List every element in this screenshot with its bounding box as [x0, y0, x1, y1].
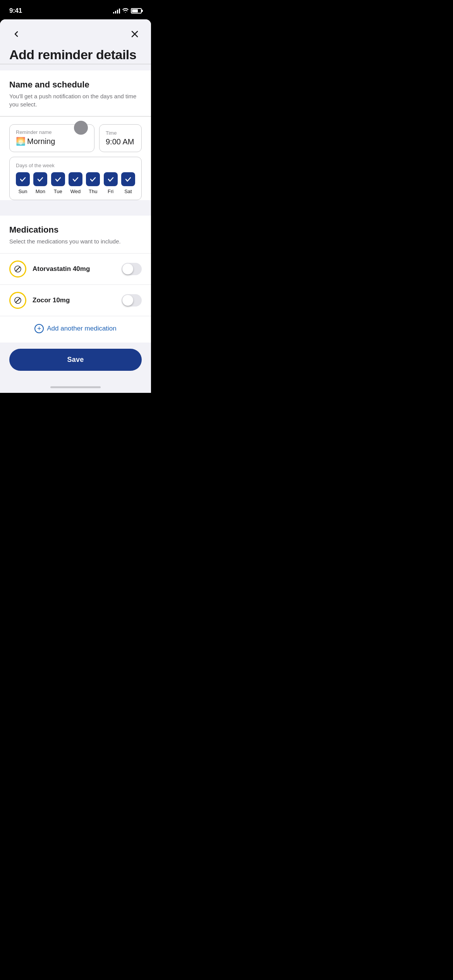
signal-icon	[113, 8, 120, 14]
day-checkbox-tue[interactable]	[51, 172, 65, 186]
med-name-zocor: Zocor 10mg	[33, 296, 115, 304]
med-icon-atorvastatin	[9, 260, 26, 278]
time-field[interactable]: Time 9:00 AM	[99, 124, 142, 152]
days-of-week-field: Days of the week Sun	[9, 157, 142, 200]
section-gap	[0, 209, 151, 216]
drag-handle	[74, 121, 88, 135]
home-bar	[50, 386, 101, 388]
section-divider-1	[0, 116, 151, 117]
day-checkbox-wed[interactable]	[69, 172, 82, 186]
status-bar: 9:41	[0, 0, 151, 19]
page-title: Add reminder details	[9, 47, 142, 64]
header-divider	[0, 64, 151, 64]
name-schedule-section: Name and schedule You'll get a push noti…	[0, 70, 151, 200]
day-item-tue: Tue	[51, 172, 65, 194]
save-button[interactable]: Save	[9, 349, 142, 371]
day-item-mon: Mon	[33, 172, 47, 194]
day-label-sun: Sun	[18, 188, 27, 194]
day-checkbox-sat[interactable]	[121, 172, 135, 186]
day-label-fri: Fri	[108, 188, 113, 194]
battery-icon	[131, 8, 142, 14]
day-item-sun: Sun	[16, 172, 30, 194]
reminder-emoji: 🌅	[16, 137, 26, 146]
day-checkbox-fri[interactable]	[104, 172, 118, 186]
reminder-name-field[interactable]: Reminder name 🌅Morning	[9, 124, 94, 152]
add-medication-button[interactable]: + Add another medication	[9, 316, 142, 343]
time-value: 9:00 AM	[106, 137, 135, 146]
days-row: Sun Mon	[16, 172, 135, 194]
med-name-atorvastatin: Atorvastatin 40mg	[33, 265, 115, 273]
med-row-zocor: Zocor 10mg	[9, 285, 142, 316]
header-nav	[9, 27, 142, 41]
med-icon-zocor	[9, 292, 26, 309]
days-label: Days of the week	[16, 163, 135, 168]
name-schedule-desc: You'll get a push notification on the da…	[9, 92, 142, 108]
reminder-name-value: 🌅Morning	[16, 137, 88, 146]
add-medication-icon: +	[34, 324, 44, 333]
main-container: Add reminder details Name and schedule Y…	[0, 19, 151, 393]
header: Add reminder details	[0, 19, 151, 70]
name-schedule-title: Name and schedule	[9, 80, 142, 90]
add-medication-label: Add another medication	[47, 325, 117, 332]
day-label-sat: Sat	[124, 188, 132, 194]
toggle-atorvastatin[interactable]	[122, 263, 142, 275]
status-time: 9:41	[9, 7, 22, 15]
day-checkbox-sun[interactable]	[16, 172, 30, 186]
medications-section: Medications Select the medications you w…	[0, 216, 151, 343]
bottom-area: Save	[0, 343, 151, 383]
med-row-atorvastatin: Atorvastatin 40mg	[9, 254, 142, 284]
day-label-tue: Tue	[54, 188, 62, 194]
day-item-thu: Thu	[86, 172, 100, 194]
day-item-sat: Sat	[121, 172, 135, 194]
day-item-wed: Wed	[69, 172, 82, 194]
toggle-knob-atorvastatin	[122, 264, 133, 274]
back-button[interactable]	[9, 27, 23, 41]
svg-line-3	[16, 267, 20, 271]
time-label: Time	[106, 130, 135, 136]
status-icons	[113, 8, 142, 14]
medications-desc: Select the medications you want to inclu…	[9, 237, 142, 245]
home-indicator	[0, 383, 151, 393]
toggle-knob-zocor	[122, 295, 133, 306]
day-checkbox-mon[interactable]	[33, 172, 47, 186]
close-button[interactable]	[128, 27, 142, 41]
day-label-thu: Thu	[89, 188, 97, 194]
day-label-mon: Mon	[36, 188, 45, 194]
day-checkbox-thu[interactable]	[86, 172, 100, 186]
name-time-row: Reminder name 🌅Morning Time 9:00 AM	[9, 124, 142, 152]
day-label-wed: Wed	[70, 188, 81, 194]
medications-title: Medications	[9, 225, 142, 235]
wifi-icon	[122, 8, 129, 14]
toggle-zocor[interactable]	[122, 294, 142, 307]
svg-line-5	[16, 298, 20, 302]
day-item-fri: Fri	[104, 172, 118, 194]
